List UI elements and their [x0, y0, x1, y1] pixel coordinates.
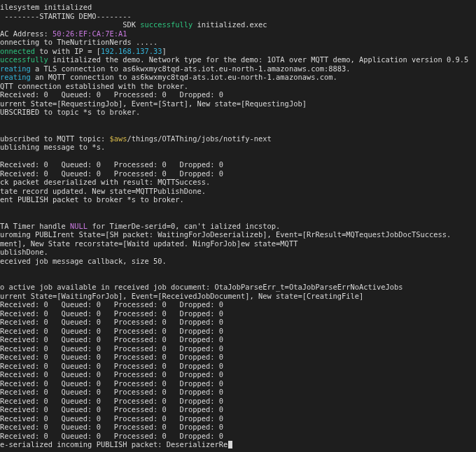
log-line: ment], New State recorstate=[Waitd updat…: [0, 239, 298, 248]
log-segment: 50:26:EF:CA:7E:A1: [52, 29, 127, 38]
log-segment: --------STARTING DEMO--------: [0, 12, 132, 20]
log-line: Received: 0 Queued: 0 Processed: 0 Dropp…: [0, 379, 223, 388]
log-segment: SDK: [0, 20, 140, 29]
log-line: Received: 0 Queued: 0 Processed: 0 Dropp…: [0, 335, 223, 344]
log-line: tate record updated. New state=MQTTPubli…: [0, 187, 206, 195]
log-segment: for TimerDe-serid=0, can't ialized incst…: [88, 222, 280, 230]
log-segment: reating: [0, 73, 35, 81]
log-line: ilesystem initialized: [0, 3, 92, 11]
log-segment: Received: 0 Queued: 0 Processed: 0 Dropp…: [0, 432, 223, 440]
log-segment: o active job available in received job d…: [0, 283, 403, 291]
log-line: reating a TLS connection to as6kwxmyc8tq…: [0, 64, 350, 73]
log-segment: /things/OTAThing/jobs/notify-next: [127, 134, 271, 143]
log-line: Received: 0 Queued: 0 Processed: 0 Dropp…: [0, 309, 223, 318]
log-segment: ent PUBLISH packet to broker *s to broke…: [0, 195, 184, 204]
cursor-icon: [228, 441, 232, 449]
log-segment: ubscribed to MQTT topic:: [0, 134, 109, 143]
log-line: urrent State=[WaitingForJob], Event=[Rec…: [0, 292, 363, 300]
log-line: QTT connection established with the brok…: [0, 82, 188, 90]
log-line: AC Address: 50:26:EF:CA:7E:A1: [0, 29, 127, 38]
log-segment: ck packet deserialized with result: MQTT…: [0, 178, 210, 186]
log-line: Received: 0 Queued: 0 Processed: 0 Dropp…: [0, 160, 223, 169]
log-line: ent PUBLISH packet to broker *s to broke…: [0, 195, 184, 204]
log-line: Received: 0 Queued: 0 Processed: 0 Dropp…: [0, 414, 223, 423]
log-segment: Received: 0 Queued: 0 Processed: 0 Dropp…: [0, 318, 223, 326]
log-segment: Received: 0 Queued: 0 Processed: 0 Dropp…: [0, 397, 223, 405]
log-segment: Received: 0 Queued: 0 Processed: 0 Dropp…: [0, 388, 223, 396]
log-line: uroming PUBLIrent State=[SH packet: Wait…: [0, 230, 451, 239]
log-line: ck packet deserialized with result: MQTT…: [0, 178, 210, 186]
log-segment: Received: 0 Queued: 0 Processed: 0 Dropp…: [0, 90, 223, 99]
log-segment: ]: [162, 47, 167, 55]
log-segment: Received: 0 Queued: 0 Processed: 0 Dropp…: [0, 169, 223, 178]
log-segment: Received: 0 Queued: 0 Processed: 0 Dropp…: [0, 362, 223, 370]
log-segment: Received: 0 Queued: 0 Processed: 0 Dropp…: [0, 300, 223, 309]
log-line: --------STARTING DEMO--------: [0, 12, 132, 20]
log-segment: ublishDone.: [0, 248, 48, 256]
log-segment: Received: 0 Queued: 0 Processed: 0 Dropp…: [0, 379, 223, 388]
log-segment: ment], New State recorstate=[Waitd updat…: [0, 239, 298, 248]
log-segment: uroming PUBLIrent State=[SH packet: Wait…: [0, 230, 451, 239]
log-segment: 192.168.137.33: [101, 47, 162, 55]
log-line: e-serialized incoming PUBLISH packet: De…: [0, 440, 232, 449]
log-line: Received: 0 Queued: 0 Processed: 0 Dropp…: [0, 318, 223, 326]
log-line: o active job available in received job d…: [0, 283, 403, 291]
log-segment: Received: 0 Queued: 0 Processed: 0 Dropp…: [0, 423, 223, 431]
log-segment: Received: 0 Queued: 0 Processed: 0 Dropp…: [0, 370, 223, 379]
log-segment: an MQTT connection to as6kwxmyc8tqd-ats.…: [35, 73, 337, 81]
log-line: Received: 0 Queued: 0 Processed: 0 Dropp…: [0, 370, 223, 379]
log-segment: $aws: [109, 134, 127, 143]
log-segment: UBSCRIBED to topic *s to broker.: [0, 108, 140, 116]
log-segment: ilesystem initialized: [0, 3, 92, 11]
log-segment: uccessfully: [0, 55, 52, 64]
log-segment: Received: 0 Queued: 0 Processed: 0 Dropp…: [0, 344, 223, 353]
log-segment: AC Address:: [0, 29, 52, 38]
log-line: Received: 0 Queued: 0 Processed: 0 Dropp…: [0, 362, 223, 370]
log-line: eceived job message callback, size 50.: [0, 257, 167, 265]
log-line: onnected to with IP = [192.168.137.33]: [0, 47, 167, 55]
log-line: Received: 0 Queued: 0 Processed: 0 Dropp…: [0, 300, 223, 309]
log-segment: Received: 0 Queued: 0 Processed: 0 Dropp…: [0, 160, 223, 169]
log-line: UBSCRIBED to topic *s to broker.: [0, 108, 140, 116]
log-line: uccessfully initialized the demo. Networ…: [0, 55, 468, 64]
log-line: ubscribed to MQTT topic: $aws/things/OTA…: [0, 134, 272, 143]
log-segment: reating: [0, 64, 35, 73]
log-line: onnecting to TheNutritionNerds .....: [0, 38, 158, 46]
log-segment: tate record updated. New state=MQTTPubli…: [0, 187, 206, 195]
log-segment: ublishing message to *s.: [0, 143, 105, 151]
log-segment: NULL: [70, 222, 88, 230]
log-segment: urrent State=[RequestingJob], Event=[Sta…: [0, 99, 307, 108]
log-line: ublishing message to *s.: [0, 143, 105, 151]
log-line: Received: 0 Queued: 0 Processed: 0 Dropp…: [0, 397, 223, 405]
log-line: Received: 0 Queued: 0 Processed: 0 Dropp…: [0, 169, 223, 178]
log-segment: onnected: [0, 47, 39, 55]
terminal-output: ilesystem initialized --------STARTING D…: [0, 0, 476, 449]
log-line: Received: 0 Queued: 0 Processed: 0 Dropp…: [0, 405, 223, 414]
log-segment: successfully: [140, 20, 192, 29]
log-segment: Received: 0 Queued: 0 Processed: 0 Dropp…: [0, 327, 223, 335]
log-line: Received: 0 Queued: 0 Processed: 0 Dropp…: [0, 353, 223, 361]
log-segment: Received: 0 Queued: 0 Processed: 0 Dropp…: [0, 353, 223, 361]
log-segment: initialized.exec: [192, 20, 267, 29]
log-line: Received: 0 Queued: 0 Processed: 0 Dropp…: [0, 327, 223, 335]
log-segment: QTT connection established with the brok…: [0, 82, 188, 90]
log-segment: initialized the demo. Network type for t…: [52, 55, 468, 64]
log-line: urrent State=[RequestingJob], Event=[Sta…: [0, 99, 307, 108]
log-segment: onnecting to TheNutritionNerds .....: [0, 38, 158, 46]
log-segment: e-serialized incoming PUBLISH packet: De…: [0, 440, 227, 449]
log-line: Received: 0 Queued: 0 Processed: 0 Dropp…: [0, 90, 223, 99]
log-line: Received: 0 Queued: 0 Processed: 0 Dropp…: [0, 388, 223, 396]
log-segment: Received: 0 Queued: 0 Processed: 0 Dropp…: [0, 414, 223, 423]
log-line: Received: 0 Queued: 0 Processed: 0 Dropp…: [0, 344, 223, 353]
log-segment: TA Timer handle: [0, 222, 70, 230]
log-segment: eceived job message callback, size 50.: [0, 257, 167, 265]
log-segment: Received: 0 Queued: 0 Processed: 0 Dropp…: [0, 309, 223, 318]
log-segment: a TLS connection to as6kwxmyc8tqd-ats.io…: [35, 64, 350, 73]
log-line: Received: 0 Queued: 0 Processed: 0 Dropp…: [0, 432, 223, 440]
log-segment: Received: 0 Queued: 0 Processed: 0 Dropp…: [0, 335, 223, 344]
log-line: TA Timer handle NULL for TimerDe-serid=0…: [0, 222, 280, 230]
log-segment: to with IP = [: [39, 47, 101, 55]
log-line: Received: 0 Queued: 0 Processed: 0 Dropp…: [0, 423, 223, 431]
log-line: ublishDone.: [0, 248, 48, 256]
log-line: SDK successfully initialized.exec: [0, 20, 267, 29]
